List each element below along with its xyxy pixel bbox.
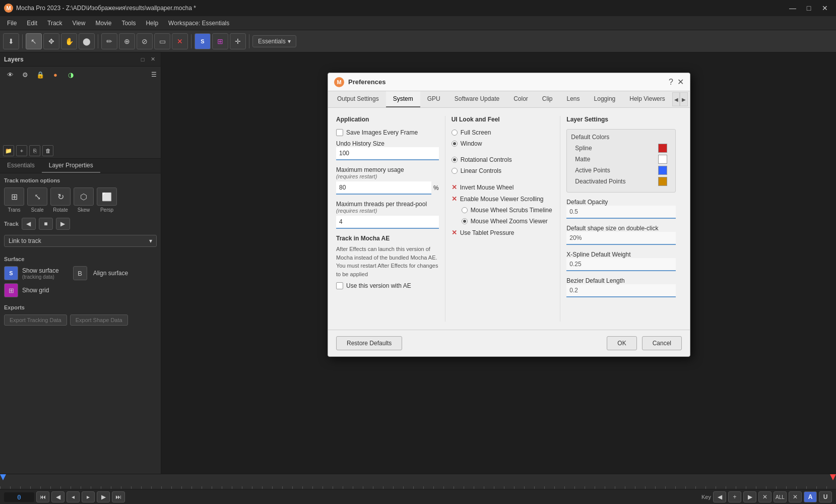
track-backward-btn[interactable]: ◀	[22, 218, 36, 230]
key-all-btn[interactable]: ALL	[774, 491, 787, 502]
essentials-dropdown[interactable]: Essentials ▾	[252, 35, 296, 47]
prefs-help-btn[interactable]: ?	[669, 78, 673, 87]
menu-edit[interactable]: Edit	[22, 18, 42, 29]
matte-color-swatch[interactable]	[658, 155, 667, 164]
menu-view[interactable]: View	[68, 18, 91, 29]
export-tracking-btn[interactable]: Export Tracking Data	[4, 314, 67, 326]
toolbar-export-btn[interactable]: ⬇	[3, 33, 19, 49]
menu-workspace[interactable]: Workspace: Essentials	[163, 18, 234, 29]
save-images-checkbox[interactable]	[336, 129, 343, 136]
key-x2-btn[interactable]: ✕	[789, 491, 802, 502]
prefs-tab-software-update[interactable]: Software Update	[447, 91, 506, 107]
toolbar-create-btn[interactable]: ⬤	[79, 33, 95, 49]
restore-defaults-btn[interactable]: Restore Defaults	[336, 336, 402, 350]
prefs-tab-lens[interactable]: Lens	[560, 91, 587, 107]
motion-btn-scale[interactable]: ⤡ Scale	[27, 187, 47, 213]
layer-lock-icon[interactable]: 🔒	[34, 69, 46, 81]
prefs-close-btn[interactable]: ✕	[677, 77, 684, 87]
layer-add-btn[interactable]: +	[16, 145, 27, 156]
bezier-input[interactable]	[566, 284, 676, 297]
close-button[interactable]: ✕	[818, 1, 832, 15]
prefs-tab-gpu[interactable]: GPU	[420, 91, 447, 107]
tab-layer-properties[interactable]: Layer Properties	[42, 159, 100, 173]
track-stop-btn[interactable]: ■	[39, 218, 53, 230]
toolbar-pan-btn[interactable]: ✋	[61, 33, 77, 49]
tab-essentials[interactable]: Essentials	[0, 159, 42, 173]
cancel-btn[interactable]: Cancel	[642, 336, 682, 350]
transport-play-back[interactable]: ◀	[51, 491, 65, 502]
link-to-track-dropdown[interactable]: Link to track ▾	[4, 235, 157, 247]
max-threads-input[interactable]	[336, 216, 439, 229]
prefs-tab-output[interactable]: Output Settings	[330, 91, 386, 107]
toolbar-grid-btn[interactable]: ⊞	[212, 33, 228, 49]
use-ae-checkbox[interactable]	[336, 282, 343, 289]
surface-show-item[interactable]: S Show surface (tracking data) B Align s…	[4, 266, 157, 280]
layer-delete-btn[interactable]: 🗑	[42, 145, 53, 156]
key-play-btn[interactable]: ▶	[743, 491, 756, 502]
prefs-tab-system[interactable]: System	[386, 91, 420, 107]
key-x-btn[interactable]: ✕	[758, 491, 771, 502]
linear-radio[interactable]	[452, 168, 458, 174]
track-forward-btn[interactable]: ▶	[56, 218, 70, 230]
timecode-display[interactable]: 0	[4, 492, 34, 502]
menu-file[interactable]: File	[2, 18, 22, 29]
toolbar-rect-btn[interactable]: ▭	[154, 33, 170, 49]
prefs-tab-logging[interactable]: Logging	[587, 91, 623, 107]
full-screen-radio[interactable]	[452, 130, 458, 136]
toolbar-surface-btn[interactable]: S	[195, 33, 211, 49]
menu-movie[interactable]: Movie	[90, 18, 116, 29]
menu-track[interactable]: Track	[42, 18, 68, 29]
toolbar-transform-btn[interactable]: ✥	[43, 33, 59, 49]
toolbar-x-btn[interactable]: ✕	[172, 33, 188, 49]
layer-palette-icon[interactable]: ◑	[65, 69, 77, 81]
layer-color-icon[interactable]: ●	[49, 69, 61, 81]
toolbar-align-btn[interactable]: ✛	[230, 33, 246, 49]
motion-btn-rotate[interactable]: ↻ Rotate	[50, 187, 71, 213]
minimize-button[interactable]: —	[786, 1, 800, 15]
key-u-btn[interactable]: U	[819, 491, 832, 502]
key-add-btn[interactable]: +	[728, 491, 741, 502]
layer-add-folder-btn[interactable]: 📁	[3, 145, 14, 156]
toolbar-magnetic-btn[interactable]: ⊕	[119, 33, 135, 49]
shape-size-input[interactable]	[566, 232, 676, 245]
ok-btn[interactable]: OK	[607, 336, 636, 350]
layers-close-btn[interactable]: ✕	[149, 55, 157, 64]
layers-menu-icon[interactable]: ☰	[151, 71, 157, 78]
export-shape-btn[interactable]: Export Shape Data	[70, 314, 128, 326]
key-prev-btn[interactable]: ◀	[713, 491, 726, 502]
transport-step-back[interactable]: ◂	[67, 491, 80, 502]
spline-color-swatch[interactable]	[658, 144, 667, 153]
menu-tools[interactable]: Tools	[116, 18, 141, 29]
mouse-wheel-scrubs-radio[interactable]	[462, 207, 468, 213]
opacity-input[interactable]	[566, 206, 676, 219]
active-points-swatch[interactable]	[658, 166, 667, 175]
undo-history-input[interactable]	[336, 147, 439, 160]
maximize-button[interactable]: □	[802, 1, 816, 15]
layer-settings-icon[interactable]: ⚙	[19, 69, 31, 81]
transport-play-fwd[interactable]: ▶	[97, 491, 110, 502]
prefs-tab-color[interactable]: Color	[506, 91, 535, 107]
key-a-btn[interactable]: A	[804, 491, 817, 502]
motion-btn-trans[interactable]: ⊞ Trans	[4, 187, 24, 213]
motion-btn-skew[interactable]: ⬡ Skew	[74, 187, 94, 213]
layer-visibility-icon[interactable]: 👁	[4, 69, 16, 81]
rotational-radio[interactable]	[452, 157, 458, 163]
menu-help[interactable]: Help	[141, 18, 163, 29]
transport-go-start[interactable]: ⏮	[36, 491, 49, 502]
motion-btn-persp[interactable]: ⬜ Persp	[97, 187, 117, 213]
max-memory-input[interactable]	[336, 181, 431, 195]
transport-step-fwd[interactable]: ▸	[82, 491, 95, 502]
mouse-wheel-zooms-radio[interactable]	[462, 218, 468, 224]
prefs-tab-next[interactable]: ▶	[680, 92, 688, 106]
transport-go-end[interactable]: ⏭	[112, 491, 125, 502]
surface-grid-item[interactable]: ⊞ Show grid	[4, 283, 157, 297]
deactivated-points-swatch[interactable]	[658, 177, 667, 186]
prefs-tab-help-viewers[interactable]: Help Viewers	[622, 91, 672, 107]
toolbar-pen-btn[interactable]: ✏	[101, 33, 117, 49]
prefs-tab-prev[interactable]: ◀	[672, 92, 680, 106]
layer-copy-btn[interactable]: ⎘	[29, 145, 40, 156]
layers-float-btn[interactable]: □	[139, 55, 147, 64]
toolbar-brush-btn[interactable]: ⊘	[137, 33, 153, 49]
toolbar-select-btn[interactable]: ↖	[26, 33, 42, 49]
xspline-input[interactable]	[566, 258, 676, 271]
